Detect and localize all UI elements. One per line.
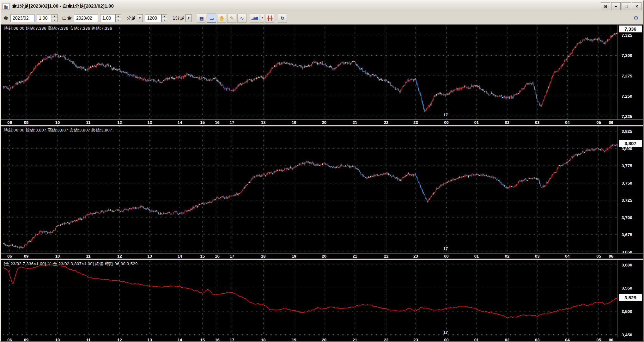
time-label: 14 — [178, 338, 182, 342]
platinum-last-price-badge: 3,807 — [619, 140, 642, 147]
hand-tool-icon[interactable]: ✋ — [217, 14, 226, 23]
spin-down-icon[interactable]: ▼ — [161, 18, 167, 22]
app-window: 金1分足[2023/02]1.00 - 白金1分足[2023/02]1.00 ⊡… — [0, 0, 644, 342]
chart-grid-icon[interactable]: ▦ — [197, 14, 206, 23]
time-label: 10 — [55, 338, 60, 342]
bar-type-dropdown-arrow[interactable]: ▼ — [137, 14, 143, 22]
gold-candlestick-chart[interactable]: 7,3257,3007,2757,2507,22517 — [1, 25, 643, 119]
price-axis-label: 7,250 — [622, 94, 632, 99]
gold-multiplier-field[interactable]: 1.00 — [37, 14, 52, 22]
pencil-tool-icon[interactable]: ✎ — [227, 14, 236, 23]
settings-wrench-icon[interactable]: ⚙ — [631, 14, 641, 23]
freehand-tool-icon[interactable]: ∿ — [237, 14, 246, 23]
time-label: 15 — [200, 120, 205, 125]
platinum-multiplier-field[interactable]: 1.00 — [100, 14, 115, 22]
time-label: 10 — [55, 254, 60, 259]
time-label: 01 — [474, 254, 479, 259]
time-label: 05 — [597, 120, 601, 125]
minimize-button[interactable]: – — [611, 2, 621, 10]
time-label: 11 — [86, 120, 90, 125]
spread-line-chart[interactable]: 3,6003,5503,5003,45017 — [1, 260, 643, 337]
time-label: 06 — [7, 254, 12, 259]
bar-count-field[interactable]: 1200 — [145, 14, 161, 22]
platinum-month-field[interactable]: 2023/02 — [74, 14, 98, 22]
timeframe-label: 1分足 — [173, 15, 185, 21]
time-label: 01 — [474, 338, 479, 342]
platinum-time-axis: 0609101112131415161718192021222300010203… — [1, 253, 643, 259]
time-label: 06 — [7, 338, 12, 342]
maximize-button[interactable]: □ — [622, 2, 631, 10]
platinum-label: 白金 — [62, 15, 72, 21]
spread-time-axis: 0609101112131415161718192021222300010203… — [1, 337, 643, 342]
price-axis-label: 3,650 — [622, 250, 632, 253]
spin-up-icon[interactable]: ▲ — [161, 14, 167, 18]
time-label: 20 — [322, 338, 326, 342]
time-label: 13 — [147, 254, 152, 259]
chart-type-dropdown-arrow[interactable]: ▼ — [260, 14, 264, 23]
time-label: 22 — [384, 338, 388, 342]
price-axis-label: 3,675 — [622, 232, 632, 237]
time-label: 09 — [24, 254, 28, 259]
platinum-multiplier-spinner[interactable]: ▲ ▼ — [115, 14, 121, 22]
window-title: 金1分足[2023/02]1.00 - 白金1分足[2023/02]1.00 — [12, 3, 114, 9]
time-label: 17 — [230, 254, 234, 259]
time-label: 04 — [565, 338, 569, 342]
spread-last-price-badge: 3,529 — [619, 294, 642, 301]
time-label: 15 — [200, 338, 205, 342]
gold-multiplier-spinner[interactable]: ▲ ▼ — [52, 14, 58, 22]
time-label: 23 — [413, 120, 418, 125]
spin-up-icon[interactable]: ▲ — [52, 14, 58, 18]
price-axis-label: 3,775 — [622, 163, 632, 168]
bar-chart-icon[interactable]: ▂▅▇ — [250, 14, 259, 23]
spin-up-icon[interactable]: ▲ — [115, 14, 121, 18]
time-label: 19 — [292, 338, 296, 342]
time-label: 17 — [230, 338, 234, 342]
time-label: 12 — [117, 120, 122, 125]
time-label: 16 — [215, 254, 219, 259]
time-label: 18 — [261, 254, 265, 259]
time-label: 11 — [86, 254, 90, 259]
time-label: 21 — [353, 338, 357, 342]
close-button[interactable]: × — [632, 2, 641, 10]
price-axis-label: 3,550 — [622, 286, 632, 290]
price-axis-label: 3,750 — [622, 181, 632, 186]
candle-chart-icon[interactable]: ╂╂ — [265, 14, 274, 23]
spin-down-icon[interactable]: ▼ — [52, 18, 58, 22]
bar-count-spinner[interactable]: ▲ ▼ — [161, 14, 167, 22]
chart-panel-platinum[interactable]: 3,8253,8003,7753,7503,7253,7003,6753,650… — [1, 126, 643, 259]
price-axis-label: 7,225 — [622, 114, 632, 119]
time-label: 19 — [292, 254, 296, 259]
time-label: 06 — [609, 338, 613, 342]
time-label: 05 — [597, 254, 601, 259]
chart-panel-gold[interactable]: 7,3257,3007,2757,2507,22517 時刻:06:00 始値:… — [1, 24, 643, 125]
time-label: 17 — [230, 120, 234, 125]
time-label: 00 — [444, 120, 448, 125]
time-label: 15 — [200, 254, 205, 259]
float-window-button[interactable]: ⊡ — [601, 2, 610, 10]
time-label: 02 — [505, 338, 509, 342]
refresh-icon[interactable]: ↻ — [278, 14, 287, 23]
platinum-candlestick-chart[interactable]: 3,8253,8003,7753,7503,7253,7003,6753,650… — [1, 126, 643, 253]
time-label: 00 — [444, 254, 448, 259]
gold-info-line: 時刻:06:00 始値:7,336 高値:7,336 安値:7,336 終値:7… — [4, 26, 112, 31]
titlebar[interactable]: 金1分足[2023/02]1.00 - 白金1分足[2023/02]1.00 ⊡… — [1, 1, 643, 12]
select-tool-icon[interactable]: ▭ — [207, 14, 216, 23]
time-label: 02 — [505, 120, 509, 125]
timeframe-dropdown-arrow[interactable]: ▼ — [185, 14, 191, 22]
price-axis-label: 3,450 — [622, 333, 632, 337]
gold-month-field[interactable]: 2023/02 — [10, 14, 34, 22]
time-label: 04 — [565, 254, 569, 259]
time-label: 19 — [292, 120, 296, 125]
time-label: 21 — [353, 120, 357, 125]
gold-last-price-badge: 7,336 — [619, 25, 642, 33]
time-label: 13 — [147, 120, 152, 125]
spin-down-icon[interactable]: ▼ — [115, 18, 121, 22]
time-label: 14 — [178, 120, 182, 125]
time-label: 20 — [322, 254, 326, 259]
time-label: 18 — [261, 338, 265, 342]
chart-panel-spread[interactable]: 3,6003,5503,5003,45017 [金 23/02 7,336×1.… — [1, 260, 643, 342]
time-label: 03 — [535, 338, 539, 342]
time-label: 03 — [535, 254, 539, 259]
time-label: 00 — [444, 338, 448, 342]
time-label: 22 — [384, 254, 388, 259]
